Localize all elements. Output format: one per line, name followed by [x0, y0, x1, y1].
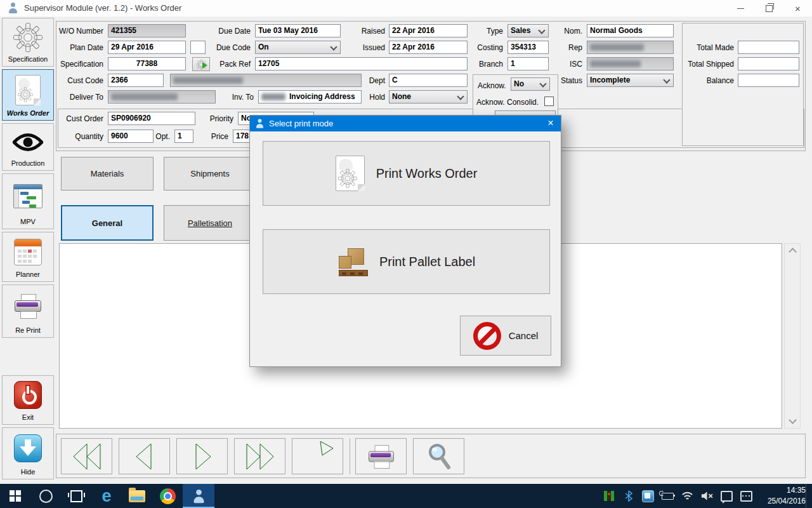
scroll-up-icon[interactable]	[789, 248, 797, 256]
cust-code-field[interactable]: 2366	[108, 74, 164, 87]
raised-field[interactable]: 22 Apr 2016	[389, 24, 468, 37]
sidebar-item-label: MPV	[20, 218, 36, 225]
acknow-dropdown[interactable]: No	[511, 77, 550, 91]
bluetooth-button[interactable]	[619, 484, 638, 508]
tab-general[interactable]: General	[61, 205, 154, 241]
due-code-dropdown[interactable]: On	[255, 41, 341, 54]
due-date-field[interactable]: Tue 03 May 2016	[255, 24, 341, 37]
file-explorer-taskbar-button[interactable]	[122, 484, 152, 508]
costing-field[interactable]: 354313	[508, 41, 549, 54]
plan-date-field[interactable]: 29 Apr 2016	[108, 41, 186, 54]
app-person-icon	[8, 3, 18, 13]
minimize-button[interactable]	[726, 0, 755, 17]
nav-first-button[interactable]	[61, 438, 112, 474]
cust-name-field-redacted[interactable]	[170, 74, 362, 87]
chevron-down-icon	[539, 80, 546, 87]
chrome-taskbar-button[interactable]	[152, 484, 183, 508]
inv-to-field[interactable]: Invoicing Address	[258, 90, 362, 104]
price-label: Price	[203, 132, 228, 141]
isc-field-redacted[interactable]	[587, 57, 674, 70]
nav-next-button[interactable]	[176, 438, 228, 474]
acknow-consolid-label: Acknow. Consolid.	[476, 98, 542, 107]
action-center-button[interactable]	[717, 484, 737, 508]
status-dropdown[interactable]: Incomplete	[587, 74, 674, 87]
scroll-down-icon[interactable]	[789, 416, 797, 424]
show-desktop-button[interactable]	[806, 484, 812, 508]
search-button[interactable]	[413, 438, 464, 474]
restore-button[interactable]	[755, 0, 783, 17]
print-pallet-label-label: Print Pallet Label	[379, 255, 475, 269]
total-shipped-label: Total Shipped	[671, 60, 734, 69]
deliver-to-field-redacted[interactable]	[108, 90, 216, 104]
double-arrow-right-icon	[246, 443, 275, 471]
wo-number-label: W/O Number	[37, 27, 103, 36]
issued-field[interactable]: 22 Apr 2016	[389, 41, 468, 54]
volume-button[interactable]	[697, 484, 717, 508]
rep-field-redacted[interactable]	[587, 41, 674, 54]
power-battery-button[interactable]	[658, 484, 678, 508]
taskbar-clock[interactable]: 14:35 25/04/2016	[756, 485, 806, 507]
tab-materials[interactable]: Materials	[61, 157, 154, 190]
network-button[interactable]	[678, 484, 697, 508]
edge-taskbar-button[interactable]: e	[91, 484, 122, 508]
sidebar-item-exit[interactable]: Exit	[2, 375, 54, 425]
close-button[interactable]: ×	[783, 0, 812, 17]
cancel-button[interactable]: Cancel	[460, 316, 551, 356]
clock-time: 14:35	[756, 485, 806, 496]
print-mode-dialog: Select print mode × Print Works Order Pr…	[249, 115, 561, 367]
nav-last-button[interactable]	[234, 438, 285, 474]
task-view-icon	[70, 490, 82, 502]
sidebar-item-hide[interactable]: Hide	[2, 427, 54, 479]
wo-number-field[interactable]: 421355	[108, 24, 186, 37]
tab-palletisation[interactable]: Palletisation	[164, 205, 256, 241]
windows-logo-icon	[10, 490, 21, 502]
tray-app-button[interactable]	[638, 484, 658, 508]
sidebar-item-mpv[interactable]: MPV	[2, 173, 54, 229]
type-label: Type	[465, 27, 503, 36]
cust-code-label: Cust Code	[37, 76, 103, 85]
plan-date-extra-field[interactable]	[190, 41, 206, 54]
hold-dropdown[interactable]: None	[389, 90, 468, 104]
balance-field[interactable]	[738, 74, 799, 87]
touch-keyboard-button[interactable]	[737, 484, 756, 508]
nav-previous-button[interactable]	[119, 438, 170, 474]
tab-shipments[interactable]: Shipments	[164, 157, 256, 190]
dialog-close-icon[interactable]: ×	[540, 116, 561, 131]
total-shipped-field[interactable]	[738, 57, 799, 70]
sidebar-item-re-print[interactable]: Re Print	[2, 284, 54, 338]
dialog-titlebar[interactable]: Select print mode ×	[250, 116, 561, 131]
opt-field[interactable]: 1	[174, 130, 193, 143]
specification-field[interactable]: 77388	[108, 57, 186, 70]
print-works-order-button[interactable]: Print Works Order	[263, 141, 550, 206]
deliver-to-label: Deliver To	[37, 93, 103, 102]
chevron-down-icon	[457, 93, 464, 100]
tray-status-app-button[interactable]	[599, 484, 619, 508]
quantity-field[interactable]: 9600	[108, 130, 154, 143]
type-dropdown[interactable]: Sales	[508, 24, 549, 37]
pack-ref-field[interactable]: 12705	[255, 57, 468, 70]
sidebar-item-production[interactable]: Production	[2, 123, 54, 171]
opt-label: Opt.	[152, 132, 170, 141]
print-pallet-label-button[interactable]: Print Pallet Label	[263, 229, 550, 294]
start-button[interactable]	[0, 484, 30, 508]
nom-field[interactable]: Normal Goods	[587, 24, 674, 37]
double-arrow-left-icon	[72, 443, 102, 471]
refresh-button[interactable]	[292, 438, 343, 474]
acknow-label: Acknow.	[478, 81, 509, 90]
cortana-button[interactable]	[30, 484, 61, 508]
sidebar-item-label: Hide	[21, 468, 36, 476]
window-title: Supervisor Module (ver. 1.2) - Works Ord…	[24, 3, 181, 13]
branch-field[interactable]: 1	[508, 57, 549, 70]
acknow-consolid-checkbox[interactable]	[544, 97, 554, 106]
print-button[interactable]	[355, 438, 407, 474]
task-view-button[interactable]	[61, 484, 91, 508]
inv-to-label: Inv. To	[222, 93, 254, 102]
sidebar-item-planner[interactable]: Planner	[2, 232, 54, 282]
cust-order-field[interactable]: SP0906920	[108, 112, 195, 125]
total-made-field[interactable]	[738, 41, 799, 54]
keyboard-icon	[740, 491, 752, 502]
supervisor-module-taskbar-button[interactable]	[183, 484, 214, 508]
total-made-label: Total Made	[671, 43, 734, 52]
dept-field[interactable]: C	[389, 74, 468, 87]
vertical-scrollbar[interactable]	[784, 243, 801, 429]
